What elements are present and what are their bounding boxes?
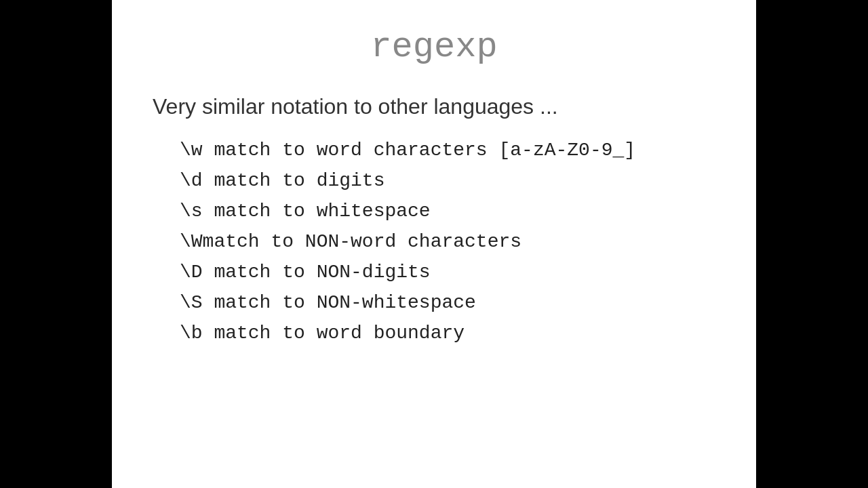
list-item: \d match to digits	[180, 170, 635, 191]
list-item: \S match to NON-whitespace	[180, 292, 635, 313]
list-item: \D match to NON-digits	[180, 262, 635, 283]
slide-subtitle: Very similar notation to other languages…	[153, 94, 558, 119]
list-item: \w match to word characters [a-zA-Z0-9_]	[180, 140, 635, 161]
slide-title: regexp	[153, 27, 715, 67]
list-item: \b match to word boundary	[180, 323, 635, 344]
items-list: \w match to word characters [a-zA-Z0-9_]…	[153, 140, 635, 344]
list-item: \s match to whitespace	[180, 201, 635, 222]
slide: regexp Very similar notation to other la…	[112, 0, 756, 488]
list-item: \Wmatch to NON-word characters	[180, 231, 635, 252]
